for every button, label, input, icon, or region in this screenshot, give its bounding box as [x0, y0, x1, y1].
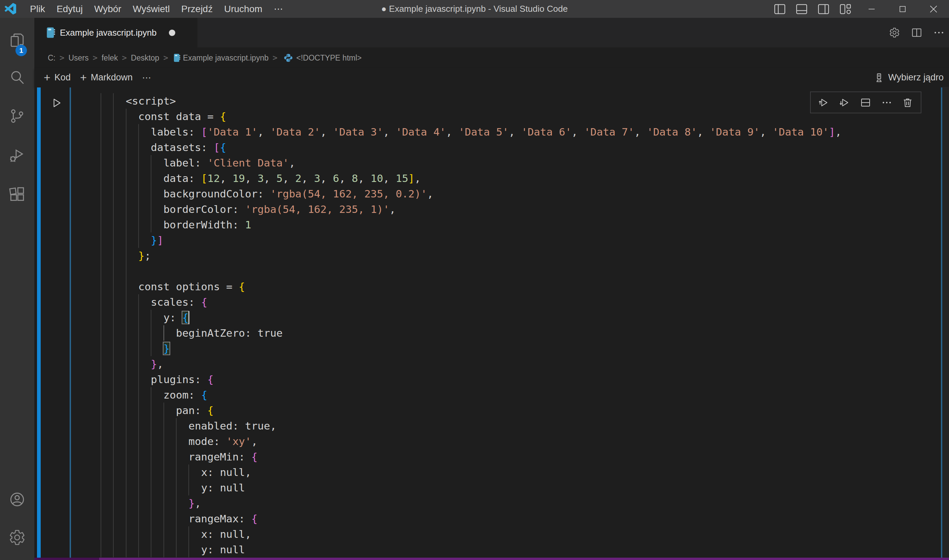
code-line[interactable]: }, — [101, 356, 908, 372]
cell-focus-indicator[interactable] — [37, 88, 41, 558]
notebook-toolbar: + Kod + Markdown ⋯ Wybierz jądro — [34, 68, 949, 87]
menu-wybor[interactable]: Wybór — [88, 0, 127, 18]
customize-layout-icon[interactable] — [834, 0, 856, 18]
code-line[interactable]: borderColor: 'rgba(54, 162, 235, 1)', — [101, 202, 908, 217]
source-control-icon[interactable] — [9, 108, 26, 125]
status-bar[interactable] — [0, 558, 949, 560]
code-line[interactable]: y: null — [101, 542, 908, 557]
ellipsis-label: ⋯ — [142, 72, 152, 83]
code-line[interactable]: }; — [101, 248, 908, 263]
breadcrumb-symbol[interactable]: <!DOCTYPE html> — [296, 54, 361, 63]
kernel-icon — [874, 73, 884, 83]
breadcrumb-felek[interactable]: felek — [102, 54, 118, 63]
code-line[interactable]: x: null, — [101, 526, 908, 542]
vscode-logo-icon — [5, 3, 16, 14]
code-line[interactable]: backgroundColor: 'rgba(54, 162, 235, 0.2… — [101, 186, 908, 202]
run-settings-gear-icon[interactable] — [889, 27, 900, 38]
code-line[interactable]: rangeMax: { — [101, 511, 908, 526]
menu-przejdz[interactable]: Przejdź — [175, 0, 218, 18]
notebook-file-icon — [174, 54, 180, 62]
code-line[interactable]: zoom: { — [101, 387, 908, 403]
code-line[interactable]: const options = { — [101, 279, 908, 294]
menu-edytuj[interactable]: Edytuj — [51, 0, 88, 18]
code-line[interactable]: enabled: true, — [101, 418, 908, 434]
kernel-picker-button[interactable]: Wybierz jądro — [874, 68, 944, 87]
plus-icon: + — [44, 71, 51, 84]
text-cursor — [188, 311, 189, 324]
code-line[interactable]: rangeMin: { — [101, 449, 908, 465]
maximize-button[interactable] — [887, 0, 918, 18]
menu-wyswietl[interactable]: Wyświetl — [127, 0, 175, 18]
code-line[interactable]: }, — [101, 495, 908, 511]
code-line[interactable]: data: [12, 19, 3, 5, 2, 3, 6, 8, 10, 15]… — [101, 171, 908, 186]
code-line[interactable]: const data = { — [101, 109, 908, 124]
notebook-more-actions-icon[interactable]: ⋯ — [142, 72, 152, 83]
breadcrumb-chevron-icon: > — [272, 53, 277, 63]
breadcrumb-desktop[interactable]: Desktop — [131, 54, 159, 63]
code-line[interactable]: y: null — [101, 480, 908, 495]
title-bar: Plik Edytuj Wybór Wyświetl Przejdź Uruch… — [0, 0, 949, 18]
breadcrumb-chevron-icon: > — [163, 53, 168, 63]
cell-editor-border-right — [941, 88, 942, 558]
toggle-sidebar-icon[interactable] — [769, 0, 791, 18]
code-line[interactable]: borderWidth: 1 — [101, 217, 908, 232]
code-line[interactable]: pan: { — [101, 403, 908, 418]
breadcrumb-file[interactable]: Example javascript.ipynb — [183, 54, 268, 63]
kernel-label: Wybierz jądro — [888, 72, 944, 83]
code-line[interactable]: mode: 'xy', — [101, 434, 908, 449]
editor-more-actions-icon[interactable] — [934, 27, 944, 38]
breadcrumb-users[interactable]: Users — [68, 54, 88, 63]
toggle-panel-icon[interactable] — [791, 0, 812, 18]
code-line[interactable]: <script> — [101, 93, 908, 109]
window-controls — [769, 0, 949, 18]
notebook-right-margin — [942, 87, 949, 558]
notebook-editor: <script> const data = { labels: ['Data 1… — [34, 87, 949, 558]
tab-label: Example javascript.ipynb — [60, 28, 157, 38]
add-markdown-cell-button[interactable]: + Markdown — [80, 71, 132, 84]
tab-modified-dot[interactable] — [169, 29, 175, 36]
search-icon[interactable] — [9, 69, 26, 86]
menu-plik[interactable]: Plik — [24, 0, 51, 18]
code-line[interactable]: labels: ['Data 1', 'Data 2', 'Data 3', '… — [101, 124, 908, 140]
explorer-badge: 1 — [15, 45, 27, 56]
add-markdown-label: Markdown — [91, 72, 133, 83]
extensions-icon[interactable] — [9, 186, 26, 203]
breadcrumb-chevron-icon: > — [60, 53, 64, 63]
settings-gear-icon[interactable] — [9, 529, 26, 546]
code-line[interactable]: beginAtZero: true — [101, 325, 908, 341]
menu-uruchom[interactable]: Uruchom — [218, 0, 268, 18]
close-window-button[interactable] — [918, 0, 949, 18]
toggle-secondary-sidebar-icon[interactable] — [812, 0, 834, 18]
menu-more[interactable]: ⋯ — [268, 0, 289, 18]
breadcrumbs: C: > Users > felek > Desktop > Example j… — [34, 48, 949, 68]
account-icon[interactable] — [9, 491, 26, 508]
cell-editor-border-left — [70, 88, 71, 558]
run-debug-icon[interactable] — [9, 147, 26, 164]
add-code-cell-button[interactable]: + Kod — [44, 71, 71, 84]
breadcrumb-drive[interactable]: C: — [48, 54, 55, 63]
code-line[interactable]: } — [101, 341, 908, 356]
code-line[interactable]: scales: { — [101, 294, 908, 310]
code-line[interactable]: y: { — [101, 310, 908, 325]
tab-example-javascript-ipynb[interactable]: Example javascript.ipynb — [34, 18, 197, 48]
run-cell-button[interactable] — [51, 97, 63, 109]
notebook-file-icon — [46, 27, 55, 38]
code-line[interactable]: x: null, — [101, 465, 908, 480]
python-symbol-icon — [284, 53, 293, 63]
status-bar-left-gap — [0, 558, 34, 560]
menu-bar: Plik Edytuj Wybór Wyświetl Przejdź Uruch… — [24, 0, 289, 18]
breadcrumb-chevron-icon: > — [122, 53, 127, 63]
minimize-button[interactable] — [856, 0, 887, 18]
split-editor-icon[interactable] — [911, 27, 922, 38]
add-code-label: Kod — [54, 72, 71, 83]
tab-strip: Example javascript.ipynb — [34, 18, 949, 48]
code-line[interactable]: label: 'Client Data', — [101, 155, 908, 171]
code-line[interactable]: datasets: [{ — [101, 140, 908, 155]
plus-icon: + — [80, 71, 87, 84]
code-line[interactable]: }] — [101, 232, 908, 248]
window-title: ● Example javascript.ipynb - Visual Stud… — [381, 0, 568, 18]
code-line[interactable]: plugins: { — [101, 372, 908, 387]
breadcrumb-chevron-icon: > — [93, 53, 98, 63]
status-bar-dark-segment — [34, 558, 99, 560]
code-line[interactable] — [101, 263, 908, 279]
